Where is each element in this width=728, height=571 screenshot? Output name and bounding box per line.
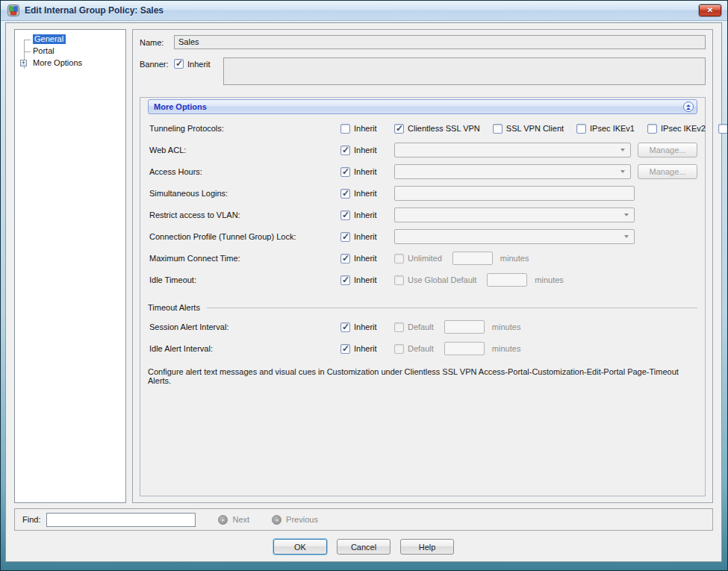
row-label: Connection Profile (Tunnel Group) Lock: [148, 232, 340, 241]
policy-tree: General Portal + More Options [16, 34, 124, 69]
restrict-vlan-inherit-checkbox[interactable] [340, 210, 350, 220]
protocol-checkbox[interactable] [394, 124, 404, 134]
help-button[interactable]: Help [400, 539, 454, 555]
general-settings-panel: Name: Sales Banner: Inherit More Options [132, 29, 713, 503]
find-input[interactable] [46, 513, 196, 527]
titlebar: Edit Internal Group Policy: Sales ✕ [1, 1, 727, 21]
name-field: Sales [174, 35, 706, 49]
session-default-label: Default [408, 322, 434, 331]
chevron-up-icon [686, 107, 691, 110]
minutes-unit-label: minutes [492, 322, 521, 331]
next-arrow-icon: ▸ [218, 515, 228, 525]
policy-tree-panel: General Portal + More Options [14, 29, 126, 503]
sidebar-item-portal[interactable]: Portal [16, 46, 124, 57]
row-label: Web ACL: [148, 146, 340, 155]
dialog-buttons: OK Cancel Help [14, 539, 713, 555]
collapse-button[interactable] [683, 102, 694, 112]
max-connect-minutes-field [452, 252, 493, 265]
web-acl-manage-button: Manage... [638, 143, 697, 157]
restrict-vlan-row: Restrict access to VLAN: Inherit [148, 208, 697, 222]
inherit-label: Inherit [354, 275, 377, 284]
session-alert-inherit-checkbox[interactable] [340, 322, 350, 332]
row-label: Maximum Connect Time: [148, 254, 340, 263]
next-label: Next [232, 515, 249, 524]
ok-button[interactable]: OK [273, 539, 327, 555]
cancel-button[interactable]: Cancel [337, 539, 391, 555]
sidebar-item-general[interactable]: General [16, 34, 124, 46]
access-hours-row: Access Hours: Inherit Manage... [148, 164, 697, 179]
sidebar-item-more-options[interactable]: + More Options [16, 57, 124, 69]
session-default-checkbox [394, 322, 404, 332]
inherit-label: Inherit [354, 322, 377, 331]
row-label: Idle Alert Interval: [148, 344, 340, 353]
use-global-default-label: Use Global Default [408, 275, 476, 284]
row-label: Access Hours: [148, 167, 340, 176]
timeout-alerts-title: Timeout Alerts [148, 303, 200, 312]
close-icon: ✕ [707, 7, 713, 14]
protocol-label: IPsec IKEv1 [590, 124, 635, 133]
inherit-label: Inherit [354, 210, 377, 219]
simultaneous-logins-field [394, 186, 635, 201]
access-hours-inherit-checkbox[interactable] [340, 167, 350, 177]
simultaneous-logins-inherit-checkbox[interactable] [340, 189, 350, 199]
banner-row: Banner: Inherit [140, 57, 706, 85]
row-label: Simultaneous Logins: [148, 189, 340, 198]
chevron-down-icon [620, 149, 625, 152]
idle-alert-minutes-field [444, 342, 485, 355]
close-button[interactable]: ✕ [699, 4, 721, 16]
max-connect-time-inherit-checkbox[interactable] [340, 254, 350, 263]
chevron-up-icon [686, 104, 691, 107]
protocol-ssl-vpn-client: SSL VPN Client [493, 124, 564, 134]
protocol-checkbox[interactable] [576, 124, 586, 134]
protocol-checkbox[interactable] [493, 124, 503, 134]
chevron-down-icon [624, 235, 629, 238]
chevron-down-icon [620, 170, 625, 173]
window-title: Edit Internal Group Policy: Sales [25, 5, 699, 16]
protocol-ipsec-ikev1: IPsec IKEv1 [576, 124, 635, 134]
banner-inherit-label: Inherit [187, 60, 211, 69]
protocol-checkbox[interactable] [718, 124, 728, 134]
idle-timeout-inherit-checkbox[interactable] [340, 275, 350, 285]
idle-default-checkbox [394, 344, 404, 354]
web-acl-row: Web ACL: Inherit Manage... [148, 143, 697, 157]
name-row: Name: Sales [140, 35, 706, 49]
tunnel-group-lock-row: Connection Profile (Tunnel Group) Lock: … [148, 229, 697, 244]
banner-textarea [223, 57, 706, 85]
unlimited-label: Unlimited [408, 254, 442, 263]
find-previous-button[interactable]: ◂ Previous [272, 515, 318, 525]
find-next-button[interactable]: ▸ Next [218, 515, 249, 525]
tree-expand-icon[interactable]: + [20, 60, 27, 66]
unlimited-checkbox [394, 254, 404, 263]
inherit-label: Inherit [354, 344, 377, 353]
minutes-unit-label: minutes [492, 344, 521, 353]
tree-item-label: Portal [33, 46, 55, 55]
inherit-label: Inherit [354, 189, 377, 198]
previous-arrow-icon: ◂ [272, 515, 281, 525]
find-label: Find: [22, 515, 40, 524]
minutes-unit-label: minutes [535, 275, 564, 284]
tunnel-group-lock-inherit-checkbox[interactable] [340, 232, 350, 242]
find-bar: Find: ▸ Next ◂ Previous [14, 508, 713, 531]
row-label: Idle Timeout: [148, 275, 340, 284]
session-alert-row: Session Alert Interval: Inherit Default [148, 319, 697, 334]
idle-default-label: Default [408, 344, 434, 353]
inherit-label: Inherit [354, 232, 377, 241]
tunneling-protocols-row: Tunneling Protocols: Inherit Clientless … [148, 121, 697, 136]
web-acl-inherit-checkbox[interactable] [340, 146, 350, 155]
minutes-unit-label: minutes [500, 254, 529, 263]
protocol-checkbox[interactable] [647, 124, 657, 134]
idle-alert-inherit-checkbox[interactable] [340, 344, 350, 354]
chevron-down-icon [624, 213, 629, 216]
customization-note: Configure alert text messages and visual… [148, 367, 697, 385]
access-hours-dropdown [394, 164, 631, 179]
session-alert-minutes-field [444, 320, 485, 334]
inherit-label: Inherit [354, 146, 377, 155]
tree-item-label: More Options [33, 58, 82, 67]
web-acl-dropdown [394, 143, 631, 157]
access-hours-manage-button: Manage... [638, 164, 697, 179]
banner-inherit-checkbox[interactable] [174, 59, 184, 69]
name-label: Name: [140, 38, 174, 47]
tunneling-inherit-checkbox[interactable] [340, 124, 350, 134]
separator-line [207, 308, 697, 308]
simultaneous-logins-row: Simultaneous Logins: Inherit [148, 186, 697, 201]
